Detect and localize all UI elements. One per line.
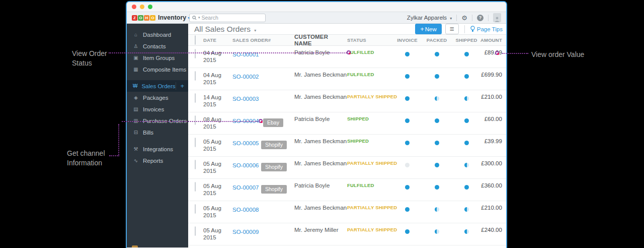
sidebar-item-label: Dashboard	[143, 32, 171, 38]
row-checkbox[interactable]	[195, 138, 196, 147]
close-window-button[interactable]	[132, 5, 136, 9]
search-placeholder: Search	[202, 15, 218, 21]
customer-name: Mr. James Beckman	[294, 160, 347, 167]
user-avatar[interactable]	[493, 13, 501, 22]
sidebar-item-dashboard[interactable]: ⌂Dashboard	[127, 29, 188, 40]
row-checkbox[interactable]	[195, 49, 196, 58]
channel-badge-shopify: Shopify	[261, 185, 287, 194]
table-row[interactable]: 05 Aug 2015SO-00009Mr. Jeremy MillerPART…	[188, 223, 507, 245]
sales-order-link[interactable]: SO-00002	[232, 74, 259, 80]
shipped-status-dot	[464, 229, 469, 234]
column-header-amount[interactable]: AMOUNT	[480, 37, 507, 43]
order-amount: £699.90	[480, 72, 507, 78]
sales-order-link[interactable]: SO-00003	[232, 96, 259, 102]
logo-letter: O	[138, 15, 143, 21]
product-name: Inventory	[158, 14, 186, 21]
sidebar-item-contacts[interactable]: ♙Contacts	[127, 40, 188, 52]
column-header-status[interactable]: STATUS	[347, 37, 393, 43]
table-row[interactable]: 05 Aug 2015SO-00005Mr. James BeckmanSHIP…	[188, 135, 507, 157]
row-checkbox[interactable]	[195, 160, 196, 169]
order-amount: £300.00	[480, 160, 507, 166]
shipped-status-dot	[464, 207, 469, 212]
column-header-invoice[interactable]: INVOICE	[393, 37, 421, 43]
sidebar-item-composite-items[interactable]: ▦Composite Items	[127, 64, 188, 75]
row-checkbox[interactable]	[195, 71, 196, 81]
customer-name: Mr. Jeremy Miller	[294, 227, 347, 233]
sidebar-item-invoices[interactable]: ▤Invoices	[127, 103, 188, 115]
search-input[interactable]: ▾ Search	[189, 14, 266, 22]
help-icon[interactable]: ?	[477, 15, 484, 21]
status-label: SHIPPED	[347, 116, 393, 121]
order-amount: £210.00	[480, 205, 507, 211]
sales-order-link[interactable]: SO-00005	[232, 140, 259, 146]
column-header-date[interactable]: DATE	[203, 37, 232, 44]
shipped-status-dot	[464, 118, 469, 123]
packed-status-dot	[435, 74, 439, 79]
chevron-down-icon: ▾	[254, 28, 256, 33]
column-header-packed[interactable]: PACKED	[421, 37, 452, 43]
sales-order-link[interactable]: SO-00008	[232, 207, 259, 213]
order-amount: £360.00	[480, 182, 507, 189]
new-button[interactable]: +New	[415, 24, 442, 34]
select-all-checkbox[interactable]	[195, 35, 196, 45]
shipped-status-dot	[464, 52, 469, 56]
brand-area[interactable]: ZOHO Inventory ▾	[132, 14, 189, 21]
customer-name: Mr. James Beckman	[294, 205, 347, 211]
plus-icon: +	[420, 25, 424, 33]
row-checkbox[interactable]	[195, 226, 196, 236]
table-row[interactable]: 04 Aug 2015SO-00001Patricia BoyleFULFILL…	[188, 46, 507, 68]
table-row[interactable]: 05 Aug 2015SO-00006Mr. James BeckmanPART…	[188, 157, 507, 179]
maximize-window-button[interactable]	[148, 5, 152, 9]
sidebar-item-integrations[interactable]: ⚒Integrations	[127, 143, 188, 155]
channel-badge-shopify: Shopify	[261, 163, 287, 171]
page-title[interactable]: All Sales Orders ▾	[194, 25, 256, 34]
status-annotation-marker	[347, 50, 351, 54]
invoice-status-dot	[405, 207, 410, 212]
gear-icon[interactable]: ⚙	[461, 15, 467, 21]
sidebar: ⌂Dashboard♙Contacts▣Item Groups▦Composit…	[127, 24, 188, 247]
add-sales-order-button[interactable]: +	[176, 82, 190, 90]
shipped-status-dot	[464, 163, 469, 167]
invoice-status-dot	[405, 185, 410, 190]
row-checkbox[interactable]	[195, 204, 196, 214]
sidebar-item-packages[interactable]: ◈Packages	[127, 92, 188, 103]
sidebar-item-reports[interactable]: ∿Reports	[127, 155, 188, 166]
sales-order-link[interactable]: SO-00007	[232, 184, 259, 191]
row-checkbox[interactable]	[195, 115, 196, 125]
sales-order-link[interactable]: SO-00006	[232, 162, 259, 168]
org-selector[interactable]: Zylkar Apparels ▾	[407, 15, 452, 21]
sidebar-item-bills[interactable]: ⊟Bills	[127, 127, 188, 138]
logo-letter: O	[150, 15, 155, 21]
page-tips-link[interactable]: Page Tips	[470, 26, 503, 32]
table-header-row: DATESALES ORDER#CUSTOMER NAMESTATUSINVOI…	[188, 35, 507, 46]
invoice-status-dot	[405, 118, 410, 123]
column-header-customer-name[interactable]: CUSTOMER NAME	[294, 34, 347, 47]
table-row[interactable]: 08 Aug 2015SO-00004Patricia BoyleSHIPPED…	[188, 112, 507, 135]
column-header-sales-order-[interactable]: SALES ORDER#	[232, 37, 294, 43]
packed-status-dot	[435, 96, 439, 101]
row-checkbox[interactable]	[195, 93, 196, 103]
sidebar-item-item-groups[interactable]: ▣Item Groups	[127, 52, 188, 64]
table-row[interactable]: 13 Aug 2015SO-00010Patricia BoyleSHIPPED…	[188, 245, 507, 248]
table-row[interactable]: 14 Aug 2015SO-00003Mr. James BeckmanPART…	[188, 90, 507, 112]
row-checkbox[interactable]	[195, 182, 196, 192]
sales-order-link[interactable]: SO-00009	[232, 229, 259, 235]
customer-name: Mr. James Beckman	[294, 94, 347, 100]
status-label: PARTIALLY SHIPPED	[347, 94, 393, 99]
table-row[interactable]: 05 Aug 2015SO-00007Patricia BoyleFULFILL…	[188, 179, 507, 201]
table-row[interactable]: 05 Aug 2015SO-00008Mr. James BeckmanPART…	[188, 201, 507, 223]
invoice-status-dot	[405, 74, 410, 79]
channel-badge-ebay: Ebay	[263, 118, 283, 127]
shipped-status-dot	[464, 185, 469, 190]
packed-status-dot	[435, 141, 439, 145]
sidebar-item-sales-orders[interactable]: ₩Sales Orders+	[127, 80, 188, 92]
column-header-shipped[interactable]: SHIPPED	[452, 37, 480, 43]
table-row[interactable]: 04 Aug 2015SO-00002Mr. James BeckmanFULF…	[188, 68, 507, 90]
cart-icon: ₩	[133, 83, 137, 89]
package-icon: ◈	[133, 95, 139, 100]
order-amount: £240.00	[480, 227, 507, 233]
list-view-button[interactable]: ☰	[445, 24, 459, 34]
logo-letter: Z	[132, 15, 137, 21]
sidebar-item-label: Bills	[143, 130, 153, 136]
minimize-window-button[interactable]	[140, 5, 144, 9]
